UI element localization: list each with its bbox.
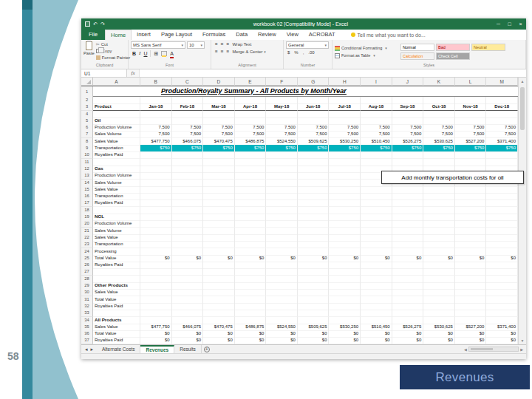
align-center-icon[interactable]: ≡	[221, 49, 224, 55]
number-format-select[interactable]: General	[286, 41, 329, 49]
horizontal-scroll-track[interactable]	[468, 347, 519, 352]
ribbon-tab-review[interactable]: Review	[253, 30, 282, 40]
row-label-cell[interactable]: Royalties Paid	[93, 337, 140, 344]
font-name-select[interactable]: MS Sans Serif	[131, 41, 185, 49]
horizontal-scroll-thumb[interactable]	[471, 348, 493, 350]
status-bar	[81, 353, 526, 359]
align-middle-icon[interactable]: ≡	[221, 41, 224, 47]
scroll-right-icon[interactable]: ▶	[520, 347, 523, 352]
column-header-m[interactable]: M	[486, 78, 518, 86]
italic-button[interactable]: I	[139, 50, 140, 57]
fill-color-button[interactable]	[161, 51, 167, 56]
cell[interactable]: $0	[423, 337, 455, 344]
row-number-1[interactable]: 1	[81, 86, 93, 98]
ribbon-tab-acrobat[interactable]: ACROBAT	[304, 30, 341, 40]
ribbon-tab-home[interactable]: Home	[105, 30, 132, 40]
decimal-buttons[interactable]: .00	[308, 50, 314, 55]
sheet-title-cell[interactable]: Production/Royalty Summary - All Product…	[93, 86, 518, 98]
column-header-f[interactable]: F	[266, 78, 298, 86]
cell[interactable]: $0	[329, 337, 361, 344]
column-header-b[interactable]: B	[140, 78, 172, 86]
ribbon-tab-data[interactable]: Data	[231, 30, 253, 40]
redo-icon[interactable]: ↷	[100, 21, 105, 27]
font-color-button[interactable]: A	[170, 50, 174, 57]
copy-button[interactable]: Copy	[96, 48, 130, 54]
cell[interactable]: $0	[298, 337, 330, 344]
cell-style-bad[interactable]: Bad	[436, 44, 470, 51]
column-header-h[interactable]: H	[329, 78, 361, 86]
cell-style-check-cell[interactable]: Check Cell	[436, 52, 470, 60]
scroll-up-icon[interactable]: ▲	[519, 78, 526, 85]
vertical-scrollbar[interactable]: ▲ ▼	[518, 78, 526, 344]
ribbon-tab-file[interactable]: File	[81, 30, 105, 40]
ribbon-tab-page-layout[interactable]: Page Layout	[156, 30, 197, 40]
column-header-k[interactable]: K	[423, 78, 455, 86]
align-top-icon[interactable]: ≡	[215, 41, 218, 47]
column-header-c[interactable]: C	[172, 78, 204, 86]
bold-button[interactable]: B	[132, 50, 136, 57]
ribbon-tab-insert[interactable]: Insert	[132, 30, 156, 40]
cell[interactable]: $0	[172, 337, 204, 344]
column-header-d[interactable]: D	[203, 78, 235, 86]
column-header-a[interactable]: A	[93, 78, 140, 86]
tell-me-box[interactable]: Tell me what you want to do...	[351, 30, 426, 40]
cell-style-normal[interactable]: Normal	[400, 44, 434, 51]
align-right-icon[interactable]: ≡	[227, 49, 230, 55]
grid-row-16: 16Transportation	[81, 193, 518, 200]
format-as-table-button[interactable]: Format as Table	[335, 53, 398, 58]
column-header-j[interactable]: J	[392, 78, 424, 86]
cell[interactable]: $0	[266, 337, 298, 344]
column-header-g[interactable]: G	[298, 78, 330, 86]
sheet-tab-revenues[interactable]: Revenues	[140, 345, 174, 353]
horizontal-scrollbar[interactable]: ◀ ▶	[464, 345, 526, 353]
comma-format-button[interactable]: ,	[303, 50, 304, 55]
font-size-select[interactable]: 10	[187, 41, 205, 49]
ribbon-tab-view[interactable]: View	[282, 30, 304, 40]
cell-style-calculation[interactable]: Calculation	[400, 52, 434, 60]
sheet-tab-results[interactable]: Results	[174, 345, 202, 353]
undo-icon[interactable]: ↶	[93, 21, 98, 27]
formula-input[interactable]	[139, 69, 526, 77]
save-icon[interactable]	[85, 21, 90, 27]
column-header-l[interactable]: L	[455, 78, 487, 86]
cell[interactable]: $0	[235, 337, 267, 344]
percent-format-button[interactable]: %	[294, 50, 298, 55]
paste-button[interactable]: Paste	[83, 41, 95, 62]
sheet-tab-alternate-costs[interactable]: Alternate Costs	[97, 345, 140, 353]
cell-style-neutral[interactable]: Neutral	[471, 44, 505, 51]
scroll-down-icon[interactable]: ▼	[519, 337, 526, 344]
column-header-i[interactable]: I	[361, 78, 392, 86]
cell[interactable]: $0	[140, 337, 172, 344]
merge-center-button[interactable]: Merge & Center	[232, 50, 265, 54]
row-number-37[interactable]: 37	[81, 337, 93, 344]
cell[interactable]: $0	[455, 337, 487, 344]
borders-button[interactable]: ⊞	[154, 50, 158, 57]
cell[interactable]: $0	[203, 337, 235, 344]
underline-button[interactable]: U	[143, 50, 147, 57]
align-left-icon[interactable]: ≡	[215, 49, 218, 55]
currency-format-button[interactable]: $	[287, 50, 290, 55]
conditional-formatting-button[interactable]: Conditional Formatting	[335, 46, 398, 51]
name-box[interactable]: U1	[81, 69, 127, 77]
wrap-text-button[interactable]: Wrap Text	[232, 42, 251, 47]
cut-button[interactable]: ✂Cut	[96, 41, 130, 47]
select-all-button[interactable]	[81, 78, 93, 86]
format-painter-label: Format Painter	[102, 55, 130, 61]
vertical-scroll-thumb[interactable]	[520, 87, 525, 130]
add-sheet-button[interactable]: +	[202, 345, 212, 353]
sheet-nav-right-icon[interactable]: ▸	[91, 347, 94, 352]
cell[interactable]: $0	[486, 337, 518, 344]
cell[interactable]: $0	[361, 337, 392, 344]
align-bottom-icon[interactable]: ≡	[227, 41, 230, 47]
minimize-button[interactable]: ─	[493, 18, 504, 30]
close-button[interactable]: ×	[515, 18, 526, 30]
cell[interactable]: $0	[392, 337, 424, 344]
column-header-e[interactable]: E	[235, 78, 267, 86]
ribbon-tab-formulas[interactable]: Formulas	[197, 30, 231, 40]
scroll-left-icon[interactable]: ◀	[464, 347, 467, 352]
maximize-button[interactable]: □	[504, 18, 515, 30]
format-painter-button[interactable]: Format Painter	[96, 55, 130, 61]
sheet-nav-left-icon[interactable]: ◂	[85, 347, 88, 352]
grid-row-18: 18	[81, 207, 518, 214]
sheet-tab-bar: ◂ ▸ Alternate CostsRevenuesResults + ◀ ▶	[81, 344, 526, 353]
